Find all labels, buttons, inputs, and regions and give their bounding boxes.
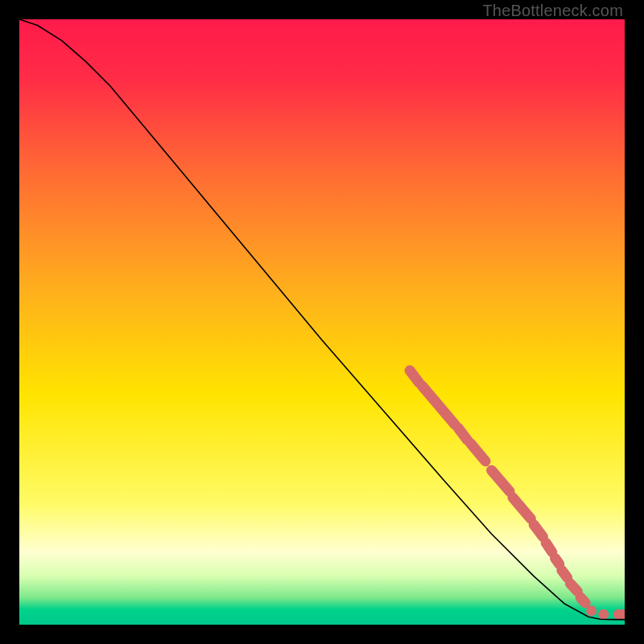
marker-segment [562,570,568,577]
watermark-text: TheBottleneck.com [482,2,623,20]
marker-segment [546,543,552,551]
marker-segment [534,525,543,537]
marker-segment [458,428,467,440]
marker-dot [586,605,597,616]
marker-segment [410,370,419,382]
marker-segment [580,597,585,603]
chart-svg [19,19,625,625]
marker-dot [598,609,609,620]
marker-segment [570,584,577,592]
chart-frame: TheBottleneck.com [0,0,644,644]
plot-area [19,19,625,625]
marker-segment [555,558,559,564]
gradient-background [19,19,625,625]
